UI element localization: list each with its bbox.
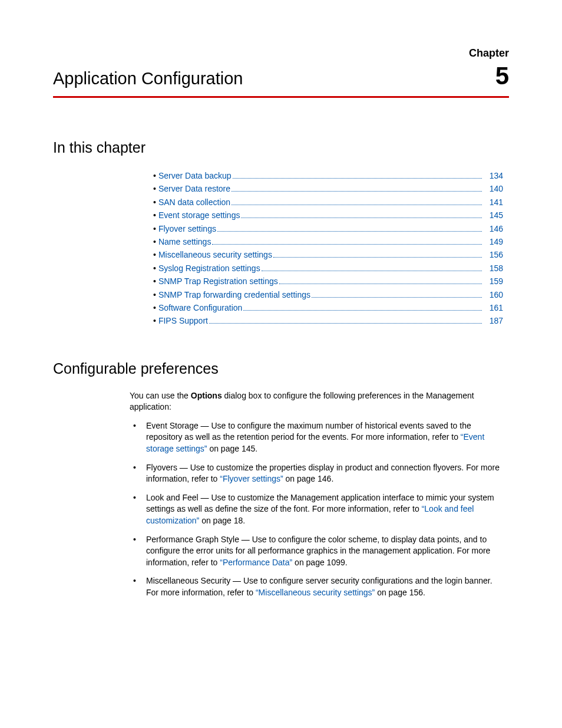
toc-link[interactable]: SNMP Trap Registration settings [158,275,278,288]
toc-link[interactable]: SAN data collection [158,196,230,209]
cross-reference-link[interactable]: “Flyover settings” [220,474,283,483]
toc-link[interactable]: SNMP Trap forwarding credential settings [158,288,310,301]
pref-text-post: on page 146. [283,474,334,483]
toc-leader-dots [232,205,482,205]
toc-link[interactable]: FIPS Support [158,314,208,327]
preferences-list: Event Storage — Use to configure the max… [130,420,503,599]
toc-leader-dots [279,284,482,284]
preference-item: Event Storage — Use to configure the max… [130,420,503,455]
toc-page-number[interactable]: 187 [484,314,503,327]
bullet-icon: • [153,209,156,222]
toc-page-number[interactable]: 140 [484,182,503,195]
toc-leader-dots [232,191,482,192]
toc-row: •FIPS Support187 [153,314,503,327]
toc-link[interactable]: Event storage settings [158,209,240,222]
cross-reference-link[interactable]: “Miscellaneous security settings” [256,588,375,597]
pref-text-post: on page 156. [375,588,425,597]
toc-row: •Syslog Registration settings158 [153,262,503,275]
toc-row: •Event storage settings145 [153,209,503,222]
bullet-icon: • [153,301,156,314]
bullet-icon: • [153,288,156,301]
toc-leader-dots [217,231,482,232]
chapter-header: Application Configuration 5 [53,62,509,98]
toc-leader-dots [273,257,482,258]
toc-leader-dots [312,297,482,298]
body-text: You can use the Options dialog box to co… [130,390,503,599]
preference-item: Look and Feel — Use to customize the Man… [130,492,503,527]
toc-link[interactable]: Software Configuration [158,301,242,314]
toc-leader-dots [209,323,482,324]
toc: •Server Data backup134•Server Data resto… [153,169,503,328]
intro-paragraph: You can use the Options dialog box to co… [130,390,503,413]
toc-row: •Miscellaneous security settings156 [153,248,503,261]
bullet-icon: • [153,196,156,209]
pref-text: Event Storage — Use to configure the max… [146,421,471,442]
toc-leader-dots [262,271,482,271]
configurable-preferences-heading: Configurable preferences [53,360,509,377]
toc-row: •Software Configuration161 [153,301,503,314]
toc-page-number[interactable]: 141 [484,196,503,209]
chapter-label: Chapter [53,47,509,60]
toc-page-number[interactable]: 156 [484,248,503,261]
toc-page-number[interactable]: 159 [484,275,503,288]
toc-link[interactable]: Server Data restore [158,182,230,195]
toc-row: •SAN data collection141 [153,196,503,209]
toc-page-number[interactable]: 161 [484,301,503,314]
bullet-icon: • [153,235,156,248]
toc-row: •Name settings149 [153,235,503,248]
toc-page-number[interactable]: 146 [484,222,503,235]
toc-leader-dots [243,310,482,311]
toc-link[interactable]: Server Data backup [158,169,232,182]
toc-leader-dots [241,218,482,218]
toc-leader-dots [212,244,482,245]
bullet-icon: • [153,314,156,327]
bullet-icon: • [153,248,156,261]
in-this-chapter-heading: In this chapter [53,139,509,156]
toc-row: •SNMP Trap Registration settings159 [153,275,503,288]
toc-link[interactable]: Miscellaneous security settings [158,248,272,261]
toc-leader-dots [233,178,482,179]
preference-item: Performance Graph Style — Use to configu… [130,534,503,569]
pref-text-post: on page 145. [207,444,258,453]
toc-page-number[interactable]: 149 [484,235,503,248]
bullet-icon: • [153,275,156,288]
toc-link[interactable]: Syslog Registration settings [158,262,260,275]
toc-page-number[interactable]: 160 [484,288,503,301]
options-bold: Options [191,391,222,400]
bullet-icon: • [153,182,156,195]
toc-row: •Server Data backup134 [153,169,503,182]
toc-row: •SNMP Trap forwarding credential setting… [153,288,503,301]
chapter-number: 5 [495,62,509,90]
bullet-icon: • [153,169,156,182]
toc-page-number[interactable]: 158 [484,262,503,275]
bullet-icon: • [153,262,156,275]
intro-pre: You can use the [130,391,191,400]
toc-page-number[interactable]: 145 [484,209,503,222]
bullet-icon: • [153,222,156,235]
toc-link[interactable]: Flyover settings [158,222,216,235]
toc-page-number[interactable]: 134 [484,169,503,182]
pref-text-post: on page 1099. [292,558,347,567]
toc-link[interactable]: Name settings [158,235,211,248]
pref-text-post: on page 18. [199,516,245,525]
toc-row: •Flyover settings146 [153,222,503,235]
toc-row: •Server Data restore140 [153,182,503,195]
preference-item: Miscellaneous Security — Use to configur… [130,575,503,598]
preference-item: Flyovers — Use to customize the properti… [130,462,503,485]
cross-reference-link[interactable]: “Performance Data” [220,558,292,567]
chapter-title: Application Configuration [53,69,243,88]
